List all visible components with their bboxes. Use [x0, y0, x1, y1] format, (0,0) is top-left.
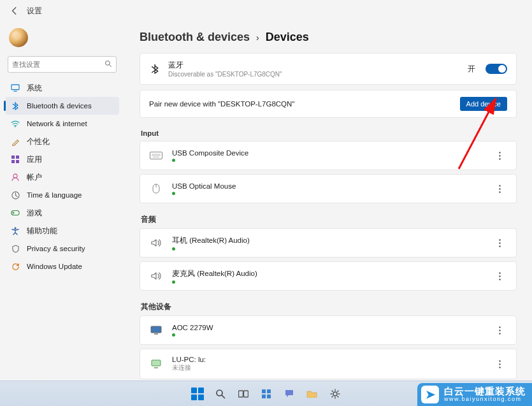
bluetooth-icon	[149, 63, 161, 75]
network-icon	[10, 119, 20, 129]
sidebar-item-system[interactable]: 系统	[5, 79, 119, 97]
svg-line-50	[222, 395, 225, 398]
sidebar-item-label: Windows Update	[27, 263, 82, 270]
sidebar-item-time[interactable]: Time & language	[5, 186, 119, 204]
svg-rect-54	[267, 389, 271, 393]
user-avatar[interactable]	[9, 28, 28, 47]
svg-rect-8	[16, 160, 19, 163]
more-options-button[interactable]	[492, 235, 507, 250]
explorer-icon[interactable]	[304, 386, 320, 402]
svg-point-20	[499, 155, 500, 156]
start-button[interactable]	[189, 386, 206, 402]
status-dot	[172, 192, 175, 195]
bluetooth-toggle-row[interactable]: 蓝牙 Discoverable as "DESKTOP-L7G8CQN" 开	[140, 54, 516, 84]
sidebar-item-label: 游戏	[27, 208, 42, 218]
more-options-button[interactable]	[492, 181, 507, 196]
device-row[interactable]: 耳机 (Realtek(R) Audio)	[140, 229, 516, 257]
sidebar-item-accounts[interactable]: 帐户	[5, 168, 119, 186]
bluetooth-subtitle: Discoverable as "DESKTOP-L7G8CQN"	[168, 71, 460, 78]
section-input-label: Input	[141, 129, 515, 137]
svg-point-37	[499, 333, 500, 334]
keyboard-icon	[149, 150, 163, 161]
gaming-icon	[10, 208, 20, 218]
sidebar-item-bluetooth[interactable]: Bluetooth & devices	[5, 97, 119, 115]
device-row[interactable]: USB Optical Mouse	[140, 175, 516, 203]
more-options-button[interactable]	[492, 268, 507, 284]
back-icon[interactable]	[9, 5, 20, 17]
svg-point-27	[499, 239, 500, 240]
sidebar-item-update[interactable]: Windows Update	[5, 257, 119, 275]
taskbar-search-icon[interactable]	[212, 386, 229, 402]
chevron-right-icon: ›	[256, 33, 259, 43]
sidebar-item-network[interactable]: Network & internet	[5, 115, 119, 133]
watermark-logo: ➤	[421, 386, 439, 403]
sidebar-item-gaming[interactable]: 游戏	[5, 204, 119, 222]
svg-rect-33	[151, 326, 161, 333]
task-view-icon[interactable]	[235, 386, 252, 402]
svg-point-35	[499, 326, 500, 328]
device-row[interactable]: 麦克风 (Realtek(R) Audio)	[140, 262, 516, 290]
breadcrumb: Bluetooth & devices › Devices	[140, 31, 517, 44]
sidebar-item-label: 辅助功能	[27, 226, 57, 236]
device-name: LU-PC: lu:	[172, 356, 206, 363]
sidebar-item-personalization[interactable]: 个性化	[5, 133, 119, 150]
mouse-icon	[149, 184, 163, 194]
apps-icon	[10, 154, 20, 164]
sidebar-item-accessibility[interactable]: 辅助功能	[5, 222, 119, 240]
svg-point-21	[499, 158, 500, 159]
sidebar-item-label: 应用	[27, 155, 42, 164]
more-options-button[interactable]	[492, 148, 507, 163]
widgets-icon[interactable]	[258, 386, 275, 402]
svg-point-57	[333, 392, 337, 396]
svg-point-42	[499, 366, 500, 368]
sidebar-item-label: Bluetooth & devices	[27, 102, 92, 110]
time-icon	[10, 190, 20, 200]
sidebar-item-label: Time & language	[27, 191, 82, 199]
add-device-button[interactable]: Add device	[460, 97, 507, 111]
status-dot	[172, 280, 175, 284]
svg-point-29	[499, 245, 500, 247]
section-other-label: 其他设备	[141, 302, 515, 312]
sidebar-item-label: Network & internet	[27, 120, 87, 127]
svg-line-1	[110, 64, 111, 66]
bluetooth-icon	[10, 101, 20, 111]
device-name: AOC 2279W	[172, 324, 213, 331]
svg-rect-38	[152, 360, 161, 366]
svg-rect-52	[243, 391, 248, 397]
svg-rect-56	[267, 395, 271, 398]
sidebar-item-apps[interactable]: 应用	[5, 150, 119, 168]
update-icon	[10, 261, 20, 272]
svg-point-9	[13, 174, 17, 178]
sidebar-item-label: 系统	[27, 83, 42, 93]
device-row[interactable]: AOC 2279W	[140, 316, 516, 344]
speaker-icon	[149, 238, 163, 248]
bluetooth-toggle[interactable]	[485, 64, 507, 74]
device-row[interactable]: LU-PC: lu: 未连接	[140, 349, 516, 379]
device-name: USB Optical Mouse	[172, 182, 236, 190]
svg-point-24	[499, 185, 500, 186]
svg-point-25	[499, 188, 500, 189]
search-input-wrap[interactable]	[8, 56, 117, 73]
watermark-url: www.baiyunxitong.com	[444, 396, 526, 403]
more-options-button[interactable]	[492, 356, 507, 372]
svg-point-14	[14, 227, 16, 229]
svg-point-41	[499, 363, 500, 365]
pair-device-row: Pair new device with "DESKTOP-L7G8CQN" A…	[140, 91, 516, 117]
svg-rect-51	[238, 391, 243, 397]
search-input[interactable]	[12, 61, 104, 68]
window-title: 设置	[27, 6, 42, 17]
svg-rect-5	[11, 156, 15, 159]
personalization-icon	[10, 136, 20, 147]
more-options-button[interactable]	[492, 323, 507, 338]
status-dot	[172, 333, 175, 337]
privacy-icon	[10, 243, 20, 254]
breadcrumb-parent[interactable]: Bluetooth & devices	[140, 31, 250, 44]
svg-point-32	[499, 279, 500, 280]
section-audio-label: 音频	[141, 215, 515, 224]
sidebar-item-label: 个性化	[27, 137, 50, 147]
chat-icon[interactable]	[281, 386, 298, 402]
sidebar-item-privacy[interactable]: Privacy & security	[5, 240, 119, 257]
device-row[interactable]: USB Composite Device	[140, 141, 516, 170]
settings-icon[interactable]	[327, 386, 343, 402]
pair-text: Pair new device with "DESKTOP-L7G8CQN"	[149, 100, 294, 108]
